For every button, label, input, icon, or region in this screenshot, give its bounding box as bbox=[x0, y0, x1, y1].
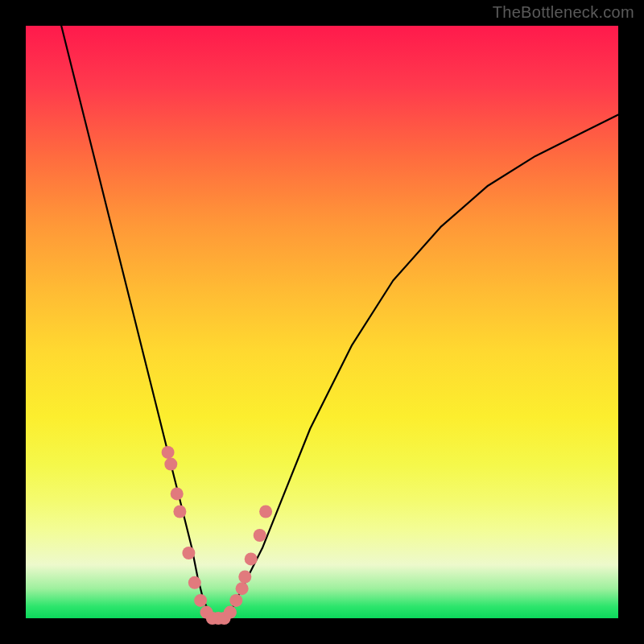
chart-frame: TheBottleneck.com bbox=[0, 0, 644, 644]
highlight-dot bbox=[254, 529, 266, 542]
plot-area bbox=[26, 26, 618, 618]
highlight-dot bbox=[194, 594, 207, 607]
curve-svg bbox=[26, 26, 618, 618]
highlight-dot bbox=[164, 458, 177, 471]
highlight-dot bbox=[173, 506, 186, 518]
highlight-dot bbox=[238, 571, 251, 584]
highlight-dot bbox=[162, 446, 175, 459]
highlight-dot bbox=[171, 487, 184, 500]
highlight-dots-group bbox=[162, 446, 273, 625]
highlight-dot bbox=[224, 606, 237, 619]
watermark-text: TheBottleneck.com bbox=[493, 3, 634, 22]
highlight-dot bbox=[236, 582, 249, 595]
highlight-dot bbox=[229, 594, 242, 607]
highlight-dot bbox=[245, 552, 258, 565]
bottleneck-curve bbox=[61, 26, 618, 618]
highlight-dot bbox=[188, 576, 201, 589]
highlight-dot bbox=[259, 506, 272, 518]
highlight-dot bbox=[182, 547, 195, 559]
